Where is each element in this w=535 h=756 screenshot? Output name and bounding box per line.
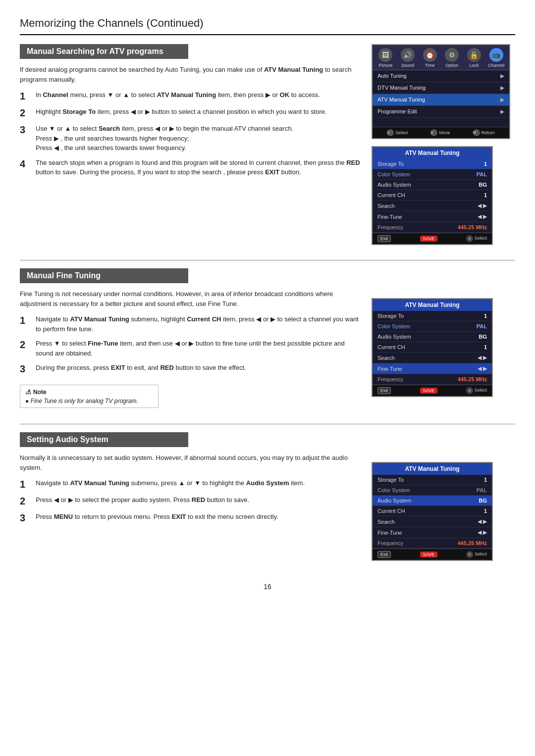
atv2-row-search: Search ◀ ▶ [373, 353, 492, 363]
channel-menu-screenshot: 🖼 Picture 🔊 Sound ⏰ Time ⚙ Option 🔒 [372, 44, 510, 139]
section-header-fine-tuning: Manual Fine Tuning [20, 268, 188, 283]
atv-panel-2: ATV Manual Tuning Storage To 1 Color Sys… [372, 298, 493, 397]
atv2-row-frequency: Frequency 445.25 MHz [373, 374, 492, 385]
atv3-row-audio-system: Audio System BG [373, 496, 492, 506]
atv3-row-frequency: Frequency 445.25 MHz [373, 538, 492, 549]
atv-row-storage-to: Storage To 1 [373, 159, 492, 169]
audio-intro: Normally it is unnecessary to set audio … [20, 453, 362, 472]
atv2-row-storage-to: Storage To 1 [373, 311, 492, 321]
atv-panel-3: ATV Manual Tuning Storage To 1 Color Sys… [372, 462, 493, 561]
atv3-row-storage-to: Storage To 1 [373, 475, 492, 485]
note-box: ⚠ Note ● Fine Tune is only for analog TV… [20, 385, 159, 408]
atv-row-color-system: Color System PAL [373, 169, 492, 180]
fine-step-3: 3 During the process, press EXIT to exit… [20, 363, 362, 375]
atv-row-fine-tune: Fine-Tune ◀ ▶ [373, 211, 492, 222]
menu-bottom-bar: ⊙ Select ⊙ Move M Return [373, 127, 509, 138]
icon-channel: 📺 Channel [487, 48, 506, 68]
menu-item-programme-edit: Programme Edit ▶ [373, 106, 509, 118]
fine-tuning-steps: 1 Navigate to ATV Manual Tuning submenu,… [20, 314, 362, 375]
atv2-row-audio-system: Audio System BG [373, 332, 492, 342]
atv3-row-color-system: Color System PAL [373, 485, 492, 496]
icon-sound: 🔊 Sound [398, 48, 417, 68]
atv2-row-current-ch: Current CH 1 [373, 342, 492, 353]
atv-row-audio-system: Audio System BG [373, 180, 492, 190]
atv-row-search: Search ◀ ▶ [373, 201, 492, 211]
fine-tuning-intro: Fine Tuning is not necessary under norma… [20, 289, 362, 308]
step-3: 3 Use ▼ or ▲ to select Search item, pres… [20, 124, 362, 153]
step-1: 1 In Channel menu, press ▼ or ▲ to selec… [20, 90, 362, 102]
atv-panel-1-title: ATV Manual Tuning [373, 147, 492, 159]
atv-panel-1: ATV Manual Tuning Storage To 1 Color Sys… [372, 146, 493, 245]
atv-panel-3-title: ATV Manual Tuning [373, 463, 492, 475]
atv3-row-fine-tune: Fine-Tune ◀ ▶ [373, 527, 492, 538]
note-text: ● Fine Tune is only for analog TV progra… [25, 398, 153, 404]
step-4: 4 The search stops when a program is fou… [20, 158, 362, 177]
icon-option: ⚙ Option [442, 48, 461, 68]
icon-lock: 🔒 Lock [465, 48, 483, 68]
fine-step-2: 2 Press ▼ to select Fine-Tune item, and … [20, 339, 362, 358]
menu-item-dtv: DTV Manual Tuning ▶ [373, 82, 509, 94]
menu-item-atv: ATV Manual Tuning ▶ [373, 94, 509, 106]
section-header-audio: Setting Audio System [20, 432, 188, 447]
audio-step-3: 3 Press MENU to return to previous menu.… [20, 512, 362, 524]
menu-icons-row: 🖼 Picture 🔊 Sound ⏰ Time ⚙ Option 🔒 [373, 45, 509, 70]
atv-row-current-ch: Current CH 1 [373, 190, 492, 201]
atv2-row-fine-tune: Fine-Tune ◀ ▶ [373, 363, 492, 374]
icon-time: ⏰ Time [421, 48, 439, 68]
atv3-row-search: Search ◀ ▶ [373, 516, 492, 527]
atv-row-frequency: Frequency 445.25 MHz [373, 222, 492, 233]
audio-step-2: 2 Press ◀ or ▶ to select the proper audi… [20, 495, 362, 507]
atv-panel-2-title: ATV Manual Tuning [373, 299, 492, 311]
atv-panel-3-bottom: Exit SAVE ⊙ Select [373, 549, 492, 560]
menu-item-auto-tuning: Auto Tuning ▶ [373, 70, 509, 82]
section-header-manual-atv: Manual Searching for ATV programs [20, 44, 188, 59]
icon-picture: 🖼 Picture [376, 48, 395, 68]
atv2-row-color-system: Color System PAL [373, 321, 492, 332]
fine-step-1: 1 Navigate to ATV Manual Tuning submenu,… [20, 314, 362, 334]
audio-step-1: 1 Navigate to ATV Manual Tuning submenu,… [20, 478, 362, 490]
manual-atv-steps: 1 In Channel menu, press ▼ or ▲ to selec… [20, 90, 362, 177]
atv3-row-current-ch: Current CH 1 [373, 506, 492, 516]
atv-panel-1-bottom: Exit SAVE ⊙ Select [373, 233, 492, 244]
page-title: Memorizing the Channels (Continued) [20, 15, 515, 35]
atv-panel-2-bottom: Exit SAVE ⊙ Select [373, 385, 492, 396]
audio-steps: 1 Navigate to ATV Manual Tuning submenu,… [20, 478, 362, 524]
step-2: 2 Highlight Storage To item, press ◀ or … [20, 107, 362, 119]
page-number: 16 [20, 583, 515, 591]
manual-atv-intro: If desired analog programs cannot be sea… [20, 65, 362, 84]
